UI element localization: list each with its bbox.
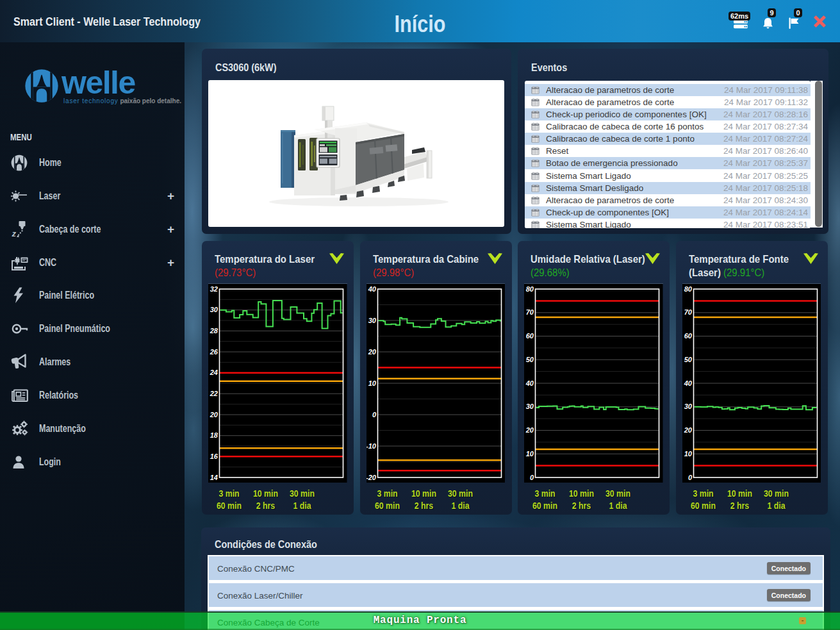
svg-text:18: 18: [210, 431, 218, 439]
svg-text:30: 30: [684, 402, 692, 410]
svg-text:0: 0: [372, 411, 376, 419]
svg-text:22: 22: [210, 390, 218, 397]
svg-text:26: 26: [210, 348, 218, 356]
svg-text:10: 10: [526, 450, 534, 458]
svg-text:20: 20: [367, 348, 376, 356]
svg-text:0: 0: [530, 474, 534, 481]
svg-text:20: 20: [683, 426, 692, 434]
svg-text:z: z: [12, 229, 17, 238]
svg-text:50: 50: [684, 356, 692, 363]
svg-text:14: 14: [210, 474, 218, 481]
svg-text:30: 30: [368, 317, 376, 324]
svg-text:60: 60: [684, 332, 692, 340]
svg-text:40: 40: [525, 379, 534, 387]
svg-text:30: 30: [526, 402, 534, 410]
svg-text:80: 80: [684, 285, 692, 293]
svg-text:40: 40: [683, 379, 692, 387]
svg-text:70: 70: [526, 308, 534, 316]
svg-text:10: 10: [684, 450, 692, 458]
svg-text:80: 80: [526, 285, 534, 293]
svg-text:20: 20: [525, 426, 534, 434]
svg-text:16: 16: [210, 452, 218, 460]
svg-text:24: 24: [210, 369, 218, 376]
svg-text:70: 70: [684, 308, 692, 316]
svg-text:60: 60: [526, 332, 534, 340]
svg-text:-20: -20: [366, 474, 377, 481]
svg-text:30: 30: [210, 306, 218, 313]
svg-text:-10: -10: [366, 442, 377, 450]
svg-text:40: 40: [367, 285, 376, 293]
svg-text:0: 0: [688, 474, 692, 481]
svg-text:28: 28: [210, 327, 218, 335]
svg-text:20: 20: [210, 411, 218, 419]
svg-text:32: 32: [210, 285, 218, 293]
svg-text:50: 50: [526, 356, 534, 363]
svg-text:10: 10: [368, 379, 376, 387]
